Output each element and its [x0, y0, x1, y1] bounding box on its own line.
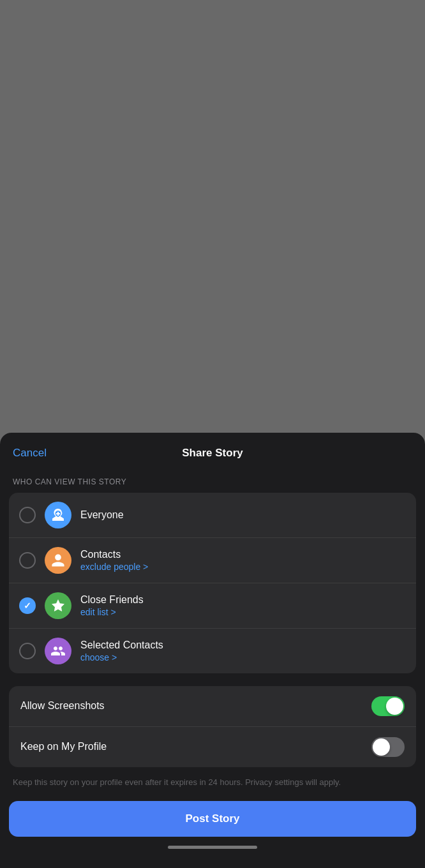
option-selected-contacts[interactable]: Selected Contacts choose >	[9, 629, 416, 673]
keep-on-profile-row[interactable]: Keep on My Profile	[9, 727, 416, 767]
post-story-button[interactable]: Post Story	[9, 801, 416, 837]
allow-screenshots-label: Allow Screenshots	[20, 700, 105, 712]
selected-contacts-icon	[45, 638, 71, 664]
contacts-text: Contacts exclude people >	[80, 549, 406, 572]
option-contacts[interactable]: Contacts exclude people >	[9, 538, 416, 583]
radio-everyone	[19, 507, 36, 523]
option-everyone[interactable]: Everyone	[9, 493, 416, 538]
selected-contacts-title: Selected Contacts	[80, 640, 406, 651]
keep-on-profile-toggle[interactable]	[371, 737, 405, 757]
settings-card: Allow Screenshots Keep on My Profile	[9, 686, 416, 767]
allow-screenshots-row[interactable]: Allow Screenshots	[9, 686, 416, 727]
contacts-subtitle[interactable]: exclude people >	[80, 562, 406, 572]
close-friends-title: Close Friends	[80, 594, 406, 606]
options-card: Everyone Contacts exclude people >	[9, 493, 416, 673]
home-indicator	[168, 846, 257, 849]
everyone-title: Everyone	[80, 509, 406, 521]
radio-close-friends	[19, 597, 36, 614]
everyone-icon	[45, 502, 71, 528]
keep-on-profile-knob	[373, 738, 390, 756]
cancel-button[interactable]: Cancel	[13, 447, 47, 460]
sheet-header: Cancel Share Story	[0, 433, 425, 466]
keep-on-profile-label: Keep on My Profile	[20, 741, 107, 752]
close-friends-subtitle[interactable]: edit list >	[80, 607, 406, 617]
option-close-friends[interactable]: Close Friends edit list >	[9, 583, 416, 629]
allow-screenshots-toggle[interactable]	[371, 696, 405, 716]
close-friends-text: Close Friends edit list >	[80, 594, 406, 617]
radio-contacts	[19, 552, 36, 569]
radio-selected-contacts	[19, 643, 36, 659]
share-story-sheet: Cancel Share Story WHO CAN VIEW THIS STO…	[0, 433, 425, 869]
allow-screenshots-knob	[386, 698, 403, 715]
contacts-title: Contacts	[80, 549, 406, 560]
selected-contacts-subtitle[interactable]: choose >	[80, 652, 406, 662]
footer-note: Keep this story on your profile even aft…	[0, 767, 425, 789]
everyone-text: Everyone	[80, 509, 406, 521]
close-friends-icon	[45, 592, 71, 619]
contacts-icon	[45, 547, 71, 574]
sheet-title: Share Story	[182, 447, 242, 460]
section-label: WHO CAN VIEW THIS STORY	[0, 466, 425, 493]
selected-contacts-text: Selected Contacts choose >	[80, 640, 406, 662]
